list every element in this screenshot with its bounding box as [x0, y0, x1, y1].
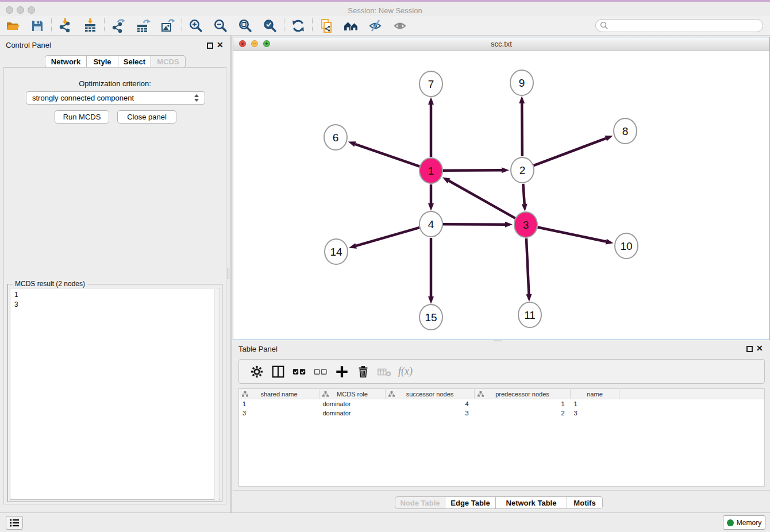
graph-node-label: 4	[428, 218, 434, 230]
table-panel-tabs: Node Table Edge Table Network Table Moti…	[395, 496, 603, 510]
memory-status-dot	[727, 519, 734, 526]
delete-table-button[interactable]	[374, 362, 395, 381]
add-column-button[interactable]	[331, 362, 352, 381]
export-network-button[interactable]	[109, 17, 128, 34]
toolbar-separator	[51, 18, 52, 33]
save-floppy-icon	[30, 18, 45, 33]
export-table-button[interactable]	[133, 17, 153, 34]
network-window-title: scc.txt	[233, 40, 769, 48]
zoom-fit-button[interactable]	[236, 17, 255, 34]
graph-node-label: 3	[523, 219, 529, 231]
graph-edge-arrowhead	[522, 204, 528, 211]
control-panel-float-button[interactable]	[207, 43, 213, 49]
graph-edge-arrowhead	[505, 222, 513, 228]
graph-edge-arrowhead	[428, 296, 434, 304]
fx-icon: f(x)	[398, 365, 413, 377]
tab-network[interactable]: Network	[45, 55, 87, 68]
table-panel-float-button[interactable]	[746, 346, 753, 352]
result-scrollbar[interactable]	[214, 289, 219, 500]
list-icon	[9, 518, 20, 527]
open-session-button[interactable]	[3, 17, 22, 34]
column-header-successor-nodes[interactable]: successor nodes	[386, 389, 475, 399]
mcds-result-legend: MCDS result (2 nodes)	[13, 280, 87, 288]
control-panel-close-button[interactable]: ✕	[217, 42, 224, 48]
function-builder-button[interactable]: f(x)	[395, 362, 416, 381]
tab-motifs[interactable]: Motifs	[567, 496, 603, 509]
columns-icon	[271, 365, 285, 379]
graph-edge-2-9[interactable]	[522, 103, 522, 156]
tab-select[interactable]: Select	[118, 55, 151, 68]
float-icon	[746, 346, 753, 352]
task-history-button[interactable]	[6, 516, 23, 530]
toolbar-separator	[312, 18, 313, 33]
column-header-predecessor-nodes[interactable]: predecessor nodes	[475, 389, 571, 399]
table-row[interactable]: 3 dominator 3 2 3	[239, 408, 765, 418]
zoom-out-button[interactable]	[211, 17, 230, 34]
graph-edge-arrowhead	[519, 96, 525, 103]
toolbar-separator	[284, 18, 284, 33]
graph-edge-1-2[interactable]	[443, 170, 502, 171]
select-all-columns-button[interactable]	[288, 362, 310, 381]
tab-style[interactable]: Style	[87, 55, 118, 68]
import-table-button[interactable]	[80, 17, 100, 34]
table-settings-button[interactable]	[246, 362, 267, 381]
checked-boxes-icon	[292, 365, 307, 379]
apply-layout-button[interactable]	[288, 17, 308, 34]
new-network-from-selection-button[interactable]	[317, 17, 336, 34]
column-header-shared-name[interactable]: shared name	[239, 389, 319, 399]
vertical-splitter-grip[interactable]	[227, 268, 231, 279]
toolbar-separator	[104, 18, 105, 33]
table-panel-close-button[interactable]: ✕	[756, 345, 763, 352]
titlebar: Session: New Session	[0, 2, 770, 16]
search-input[interactable]	[595, 19, 763, 32]
network-graph[interactable]: 7968124314101511	[233, 51, 769, 340]
zoom-out-icon	[213, 18, 228, 33]
tab-edge-table[interactable]: Edge Table	[445, 496, 496, 509]
zoom-selected-button[interactable]	[260, 17, 280, 34]
graph-edge-3-10[interactable]	[538, 227, 606, 241]
refresh-icon	[291, 18, 306, 33]
tree-icon	[242, 391, 248, 397]
result-line: 3	[14, 300, 220, 310]
export-image-button[interactable]	[158, 17, 178, 34]
memory-button[interactable]: Memory	[723, 515, 765, 530]
table-header-row: shared name MCDS role successor nodes pr…	[239, 389, 765, 399]
import-network-button[interactable]	[56, 17, 75, 34]
graph-edge-4-14[interactable]	[356, 228, 419, 246]
column-header-name[interactable]: name	[571, 389, 619, 399]
graph-edge-3-11[interactable]	[526, 238, 529, 294]
show-all-button[interactable]	[391, 17, 410, 34]
network-window-titlebar[interactable]: x − + scc.txt	[233, 37, 769, 51]
table-row[interactable]: 1 dominator 4 1 1	[239, 399, 765, 408]
save-session-button[interactable]	[28, 17, 47, 34]
nested-networks-button[interactable]	[341, 17, 361, 34]
hide-selected-button[interactable]	[366, 17, 386, 34]
graph-edge-arrowhead	[502, 167, 509, 173]
memory-label: Memory	[737, 519, 761, 527]
criterion-dropdown[interactable]: strongly connected component	[26, 91, 205, 105]
new-network-document-icon	[319, 18, 334, 33]
graph-edge-4-3[interactable]	[443, 224, 505, 225]
control-panel-title: Control Panel	[6, 41, 51, 49]
column-header-mcds-role[interactable]: MCDS role	[319, 389, 386, 399]
graph-edge-1-6[interactable]	[355, 144, 419, 167]
optimization-criterion-label: Optimization criterion:	[4, 79, 226, 88]
close-panel-button[interactable]: Close panel	[117, 110, 176, 124]
tab-node-table[interactable]: Node Table	[395, 496, 445, 509]
deselect-all-columns-button[interactable]	[310, 362, 331, 381]
zoom-fit-icon	[238, 18, 253, 33]
graph-edge-2-3[interactable]	[523, 184, 524, 204]
graph-node-label: 7	[428, 78, 434, 90]
graph-edge-arrowhead	[428, 203, 434, 211]
toggle-panels-button[interactable]	[267, 362, 288, 381]
eye-icon	[393, 18, 408, 33]
graph-edge-2-8[interactable]	[534, 138, 606, 165]
tab-network-table[interactable]: Network Table	[496, 496, 567, 509]
mcds-result-textarea[interactable]: 1 3	[10, 288, 220, 500]
graph-edge-3-1[interactable]	[449, 181, 515, 218]
run-mcds-button[interactable]: Run MCDS	[55, 110, 109, 124]
zoom-in-button[interactable]	[186, 17, 206, 34]
delete-column-button[interactable]	[352, 362, 374, 381]
tab-mcds[interactable]: MCDS	[151, 55, 186, 68]
graph-edge-arrowhead	[428, 97, 434, 105]
